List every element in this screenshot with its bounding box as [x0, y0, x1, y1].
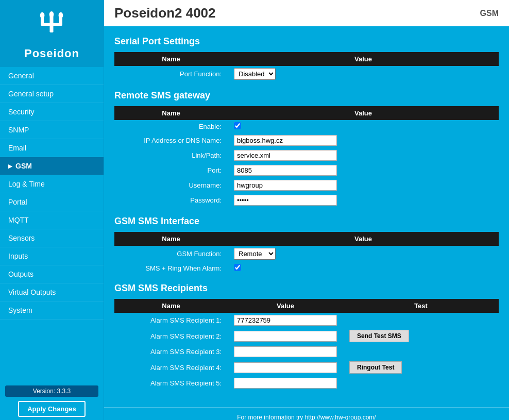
sidebar-item-general-setup[interactable]: General setup	[0, 85, 104, 103]
port-input[interactable]	[234, 165, 337, 176]
port-label: Port:	[114, 163, 228, 178]
gsm-function-select[interactable]: Remote SMS Disabled	[234, 248, 276, 260]
svg-point-5	[59, 12, 63, 18]
username-value	[228, 178, 499, 193]
gsm-sms-interface-table: Name Value GSM Function: Remote SMS Disa…	[114, 232, 499, 275]
ip-value	[228, 133, 499, 148]
table-row: Alarm SMS Recipient 4:Ringout Test	[114, 359, 499, 376]
username-label: Username:	[114, 178, 228, 193]
link-input[interactable]	[234, 150, 337, 161]
recipients-name-header: Name	[114, 299, 228, 313]
ringout-test-button[interactable]: Ringout Test	[349, 361, 402, 374]
sidebar: Poseidon General General setup Security …	[0, 0, 104, 420]
remote-sms-section-title: Remote SMS gateway	[114, 90, 499, 101]
recipient-label-1: Alarm SMS Recipient 1:	[114, 313, 228, 328]
table-row: Alarm SMS Recipient 1:	[114, 313, 499, 328]
sms-ring-value	[228, 262, 499, 275]
username-input[interactable]	[234, 180, 337, 191]
nav-menu: General General setup Security SNMP Emai…	[0, 67, 104, 320]
enable-label: Enable:	[114, 120, 228, 133]
serial-port-section-title: Serial Port Settings	[114, 36, 499, 47]
recipients-value-header: Value	[228, 299, 343, 313]
recipient-value-5	[228, 376, 343, 391]
table-row: GSM Function: Remote SMS Disabled	[114, 246, 499, 262]
recipient-test-1	[343, 313, 499, 328]
logo-text: Poseidon	[24, 47, 79, 60]
recipient-label-3: Alarm SMS Recipient 3:	[114, 344, 228, 359]
password-value	[228, 193, 499, 208]
port-function-select[interactable]: Disabled GSM	[234, 68, 276, 80]
gsm-name-header: Name	[114, 232, 228, 246]
page-header: Poseidon2 4002 GSM	[104, 0, 509, 28]
svg-point-6	[49, 11, 54, 17]
logo-area: Poseidon	[0, 0, 104, 67]
table-row: Username:	[114, 178, 499, 193]
table-row: IP Address or DNS Name:	[114, 133, 499, 148]
page-title: Poseidon2 4002	[114, 5, 216, 21]
gsm-sms-recipients-section-title: GSM SMS Recipients	[114, 283, 499, 294]
sidebar-item-snmp[interactable]: SNMP	[0, 121, 104, 139]
recipient-input-2[interactable]	[234, 331, 337, 342]
sidebar-item-inputs[interactable]: Inputs	[0, 247, 104, 265]
recipient-test-4: Ringout Test	[343, 359, 499, 376]
ip-label: IP Address or DNS Name:	[114, 133, 228, 148]
serial-value-header: Value	[228, 52, 499, 66]
table-row: Password:	[114, 193, 499, 208]
sidebar-item-mqtt[interactable]: MQTT	[0, 211, 104, 229]
sidebar-item-outputs[interactable]: Outputs	[0, 265, 104, 283]
gsm-value-header: Value	[228, 232, 499, 246]
recipient-input-4[interactable]	[234, 362, 337, 373]
password-input[interactable]	[234, 195, 337, 206]
recipient-label-5: Alarm SMS Recipient 5:	[114, 376, 228, 391]
sidebar-item-general[interactable]: General	[0, 67, 104, 85]
recipient-value-1	[228, 313, 343, 328]
gsm-sms-recipients-table: Name Value Test Alarm SMS Recipient 1:Al…	[114, 299, 499, 391]
sidebar-item-email[interactable]: Email	[0, 139, 104, 157]
sms-ring-label: SMS + Ring When Alarm:	[114, 262, 228, 275]
table-row: Port:	[114, 163, 499, 178]
sidebar-item-portal[interactable]: Portal	[0, 193, 104, 211]
recipient-input-3[interactable]	[234, 346, 337, 357]
serial-port-table: Name Value Port Function: Disabled GSM	[114, 52, 499, 82]
port-value	[228, 163, 499, 178]
table-row: Alarm SMS Recipient 2:Send Test SMS	[114, 328, 499, 344]
sidebar-item-virtual-outputs[interactable]: Virtual Outputs	[0, 283, 104, 301]
serial-name-header: Name	[114, 52, 228, 66]
recipients-test-header: Test	[343, 299, 499, 313]
recipient-label-2: Alarm SMS Recipient 2:	[114, 328, 228, 344]
send-test-sms-button[interactable]: Send Test SMS	[349, 330, 409, 342]
gsm-sms-interface-section-title: GSM SMS Interface	[114, 216, 499, 227]
ip-input[interactable]	[234, 135, 337, 146]
enable-checkbox[interactable]	[234, 122, 241, 129]
table-row: Alarm SMS Recipient 5:	[114, 376, 499, 391]
recipient-test-2: Send Test SMS	[343, 328, 499, 344]
svg-rect-3	[41, 23, 62, 25]
port-function-value: Disabled GSM	[228, 66, 499, 82]
recipient-label-4: Alarm SMS Recipient 4:	[114, 359, 228, 376]
recipient-value-2	[228, 328, 343, 344]
recipient-test-3	[343, 344, 499, 359]
recipient-value-4	[228, 359, 343, 376]
sidebar-item-security[interactable]: Security	[0, 103, 104, 121]
apply-changes-button[interactable]: Apply Changes	[18, 401, 86, 417]
recipient-test-5	[343, 376, 499, 391]
sidebar-item-gsm[interactable]: GSM	[0, 157, 104, 175]
logo-icon: Poseidon	[24, 7, 79, 60]
page-footer: For more information try http://www.hw-g…	[104, 407, 509, 420]
gsm-function-label: GSM Function:	[114, 246, 228, 262]
recipient-input-1[interactable]	[234, 315, 337, 326]
remote-sms-table: Name Value Enable: IP Address or DNS Nam…	[114, 106, 499, 208]
table-row: Link/Path:	[114, 148, 499, 163]
sidebar-item-system[interactable]: System	[0, 301, 104, 320]
recipient-input-5[interactable]	[234, 378, 337, 389]
sidebar-item-sensors[interactable]: Sensors	[0, 229, 104, 247]
table-row: Port Function: Disabled GSM	[114, 66, 499, 82]
remote-value-header: Value	[228, 106, 499, 120]
recipient-value-3	[228, 344, 343, 359]
content-area: Serial Port Settings Name Value Port Fun…	[104, 28, 509, 407]
svg-point-4	[40, 12, 45, 18]
remote-name-header: Name	[114, 106, 228, 120]
sms-ring-checkbox[interactable]	[234, 264, 241, 271]
main-content: Poseidon2 4002 GSM Serial Port Settings …	[104, 0, 509, 420]
sidebar-item-log-time[interactable]: Log & Time	[0, 175, 104, 193]
